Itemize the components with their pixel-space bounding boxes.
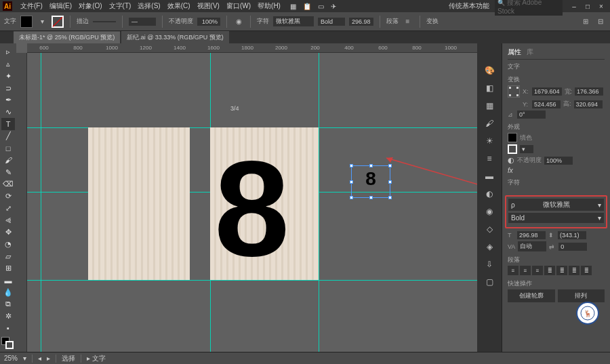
asset-export-icon[interactable]: ⇩	[481, 258, 497, 271]
font-weight-dropdown[interactable]: Bold	[318, 18, 345, 26]
panel-font-family-dropdown[interactable]: ρ微软雅黑▾	[508, 199, 604, 211]
scale-tool[interactable]: ⤢	[1, 202, 15, 214]
fill-color-swatch[interactable]	[508, 133, 517, 142]
width-tool[interactable]: ⫷	[1, 214, 15, 226]
panel-kerning-input[interactable]: 自动	[518, 241, 546, 251]
window-close[interactable]: ×	[595, 3, 607, 10]
eraser-tool[interactable]: ⌫	[1, 178, 15, 190]
brush-dropdown[interactable]: —	[129, 18, 156, 26]
align-left-icon[interactable]: ≡	[403, 16, 413, 27]
artboard-nav-next[interactable]: ▸	[47, 355, 50, 362]
selection-tool[interactable]: ▹	[1, 46, 15, 58]
type-tool[interactable]: T	[1, 118, 15, 130]
lasso-tool[interactable]: ⊃	[1, 82, 15, 94]
stroke-weight-input[interactable]	[93, 21, 116, 22]
arrange-icon[interactable]: ▭	[318, 3, 324, 10]
canvas[interactable]: 8 8 3/4	[27, 53, 477, 352]
fill-swatch[interactable]	[20, 16, 33, 28]
rotate-tool[interactable]: ⟳	[1, 190, 15, 203]
eyedropper-tool[interactable]: 💧	[1, 286, 15, 298]
workspace-switcher[interactable]: 传统基本功能	[449, 1, 489, 11]
panel-leading-input[interactable]: (343.1)	[558, 231, 586, 239]
paintbrush-tool[interactable]: 🖌	[1, 154, 15, 166]
color-guide-icon[interactable]: ◧	[481, 81, 497, 95]
transparency-panel-icon[interactable]: ◐	[481, 187, 497, 201]
menu-object[interactable]: 对象(O)	[76, 0, 104, 12]
opacity-input[interactable]: 100%	[197, 18, 220, 26]
width-input[interactable]: 176.366	[575, 87, 603, 96]
justify-all-button[interactable]: ≣	[581, 266, 592, 275]
libraries-tab[interactable]: 库	[527, 47, 533, 57]
fill-dropdown-icon[interactable]: ▾	[37, 16, 47, 27]
shaper-tool[interactable]: ✎	[1, 166, 15, 178]
document-tab-1[interactable]: 未标题-1* @ 25% (RGB/GPU 预览)	[14, 31, 120, 43]
panel-options-icon[interactable]: ⊞	[580, 16, 591, 27]
color-panel-icon[interactable]: 🎨	[481, 64, 497, 77]
fx-button[interactable]: fx	[508, 167, 513, 174]
window-maximize[interactable]: □	[582, 3, 594, 10]
panel-font-weight-dropdown[interactable]: Bold▾	[508, 213, 604, 223]
graphic-styles-icon[interactable]: ◇	[481, 222, 497, 236]
properties-tab[interactable]: 属性	[508, 47, 521, 57]
menu-effect[interactable]: 效果(C)	[165, 0, 193, 12]
small-text-object[interactable]: 8	[354, 168, 388, 195]
menu-type[interactable]: 文字(T)	[106, 0, 134, 12]
symbols-panel-icon[interactable]: ☀	[481, 134, 497, 148]
brushes-panel-icon[interactable]: 🖌	[481, 117, 497, 130]
panel-collapse-icon[interactable]: ⊟	[595, 16, 606, 27]
align-right-button[interactable]: ≡	[532, 266, 543, 275]
recolor-icon[interactable]: ◉	[233, 16, 244, 27]
share-icon[interactable]: ✈	[331, 3, 336, 10]
layers-panel-icon[interactable]: ◈	[481, 240, 497, 254]
reference-point-selector[interactable]	[508, 85, 520, 98]
font-size-input[interactable]: 296.98	[349, 18, 373, 26]
window-minimize[interactable]: –	[568, 3, 580, 10]
blend-tool[interactable]: ⧉	[1, 298, 15, 310]
gradient-tool[interactable]: ▬	[1, 275, 15, 287]
magic-wand-tool[interactable]: ✦	[1, 70, 15, 82]
bridge-icon[interactable]: ▦	[290, 3, 296, 10]
x-position-input[interactable]: 1679.604	[532, 87, 562, 96]
curvature-tool[interactable]: ∿	[1, 106, 15, 119]
justify-center-button[interactable]: ≣	[556, 266, 567, 275]
menu-file[interactable]: 文件(F)	[18, 0, 45, 12]
align-center-button[interactable]: ≡	[520, 266, 531, 275]
line-tool[interactable]: ╱	[1, 130, 15, 142]
arrange-button[interactable]: 排列	[558, 289, 605, 302]
fill-stroke-indicator[interactable]	[1, 337, 15, 352]
document-tab-2[interactable]: 新纪.ai @ 33.33% (RGB/GPU 预览)	[121, 31, 229, 43]
swatches-panel-icon[interactable]: ▦	[481, 99, 497, 113]
rotation-input[interactable]: 0°	[517, 110, 546, 119]
pen-tool[interactable]: ✒	[1, 94, 15, 106]
vertical-ruler[interactable]	[16, 53, 27, 352]
create-outlines-button[interactable]: 创建轮廓	[508, 289, 555, 302]
align-left-button[interactable]: ≡	[508, 266, 518, 275]
large-text-8[interactable]: 8	[214, 148, 289, 270]
search-input[interactable]: 🔍 搜索 Adobe Stock	[495, 0, 563, 16]
free-transform-tool[interactable]: ✥	[1, 226, 15, 239]
panel-tracking-input[interactable]: 0	[558, 243, 587, 251]
panel-font-size-input[interactable]: 296.98	[517, 231, 546, 239]
stroke-panel-icon[interactable]: ≡	[481, 152, 497, 165]
rectangle-tool[interactable]: □	[1, 142, 15, 155]
font-family-dropdown[interactable]: 微软雅黑	[273, 16, 314, 26]
mesh-tool[interactable]: ⊞	[1, 262, 15, 275]
menu-help[interactable]: 帮助(H)	[255, 0, 283, 12]
menu-view[interactable]: 视图(V)	[195, 0, 222, 12]
justify-left-button[interactable]: ≣	[544, 266, 555, 275]
menu-window[interactable]: 窗口(W)	[224, 0, 253, 12]
menu-select[interactable]: 选择(S)	[135, 0, 163, 12]
artboards-panel-icon[interactable]: ▢	[481, 275, 497, 289]
stock-icon[interactable]: 📋	[303, 3, 311, 10]
height-input[interactable]: 320.694	[574, 100, 603, 108]
direct-selection-tool[interactable]: ▵	[1, 58, 15, 70]
perspective-tool[interactable]: ▱	[1, 250, 15, 262]
graph-tool[interactable]: ▪	[1, 323, 15, 335]
gradient-panel-icon[interactable]: ▬	[481, 169, 497, 183]
justify-right-button[interactable]: ≣	[569, 266, 580, 275]
zoom-level-dropdown[interactable]: 25%	[4, 355, 18, 362]
menu-edit[interactable]: 编辑(E)	[47, 0, 75, 12]
y-position-input[interactable]: 524.456	[532, 100, 561, 108]
shape-builder-tool[interactable]: ◔	[1, 239, 15, 251]
appearance-panel-icon[interactable]: ◉	[481, 205, 497, 218]
